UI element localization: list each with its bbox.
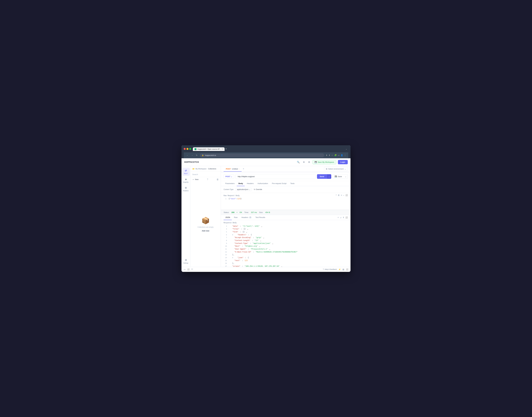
- sidebar-toggle-icon[interactable]: ▭: [338, 154, 340, 156]
- request-input-row: POST ⌄ Send ⌄ 💾 Save ⌄: [221, 172, 351, 181]
- time-label: Time:: [245, 211, 249, 213]
- environment-selector[interactable]: ⊞ Select environment ⌄: [324, 167, 348, 171]
- override-button[interactable]: ↻ Override: [254, 188, 262, 190]
- save-button[interactable]: 💾 Save: [333, 174, 344, 179]
- json-line-17: 17 "origin": "169.254.1.1:59120, 107.178…: [223, 265, 348, 267]
- login-button[interactable]: Login: [338, 160, 348, 164]
- menu-icon[interactable]: ⋮: [344, 154, 346, 156]
- minimize-window-button[interactable]: [186, 148, 188, 150]
- split-view-icon[interactable]: ▥: [342, 268, 344, 271]
- profile-icon[interactable]: 👤: [341, 154, 343, 156]
- close-window-button[interactable]: [184, 148, 186, 150]
- help-icon[interactable]: ?: [207, 178, 208, 181]
- collections-header: 📁 My Workspace › Collections: [190, 166, 221, 172]
- filter-response-icon[interactable]: ⊿: [340, 216, 341, 219]
- fullscreen-icon[interactable]: ⬜: [187, 268, 190, 271]
- bookmark-icon[interactable]: ☆: [331, 154, 333, 156]
- refresh-button[interactable]: ↻: [195, 154, 198, 157]
- download-page-icon[interactable]: ⬇: [326, 154, 328, 156]
- status-label: Status:: [223, 211, 229, 213]
- add-new-button[interactable]: Add new: [202, 230, 209, 232]
- maximize-window-button[interactable]: [189, 148, 191, 150]
- response-tab-headers[interactable]: Headers 7: [240, 215, 253, 220]
- empty-box-icon: 📦: [202, 217, 210, 225]
- lightning-icon[interactable]: ⚡: [339, 268, 341, 271]
- help-feedback-button[interactable]: ? Help & feedback: [323, 268, 337, 270]
- help-label: Help & feedback: [325, 268, 337, 270]
- send-button[interactable]: Send: [317, 174, 327, 179]
- tab-headers[interactable]: Headers: [245, 181, 255, 186]
- help-code-icon[interactable]: ?: [336, 194, 337, 196]
- response-tab-test-results[interactable]: Test Results: [254, 215, 267, 220]
- clear-code-icon[interactable]: 🗑: [338, 194, 340, 196]
- tab-close-button[interactable]: ✕: [222, 148, 223, 150]
- save-label: Save: [338, 176, 342, 177]
- json-value: 123: [237, 198, 241, 200]
- open-brace: {: [229, 198, 230, 200]
- tab-unsaved-dot: •: [239, 168, 239, 169]
- sort-response-icon[interactable]: ≡: [338, 216, 339, 219]
- tab-pre-request[interactable]: Pre-request Script: [270, 181, 288, 186]
- expand-code-icon[interactable]: ⬜: [345, 194, 348, 196]
- tab-tests[interactable]: Tests: [289, 181, 296, 186]
- sidebar-icons: ⇄ REST ◈ GraphQL ⊕ Realtime ⚙ Settings: [181, 166, 190, 267]
- new-tab-button[interactable]: +: [225, 147, 227, 151]
- format-code-icon[interactable]: ≡: [341, 194, 342, 196]
- help-circle-icon: ?: [323, 268, 324, 270]
- tab-parameters[interactable]: Parameters: [223, 181, 236, 186]
- response-tab-json[interactable]: JSON: [223, 215, 232, 220]
- add-tab-button[interactable]: +: [243, 167, 244, 170]
- save-dropdown-button[interactable]: ⌄: [344, 174, 348, 179]
- sidebar-item-settings[interactable]: ⚙ Settings: [182, 257, 190, 265]
- search-input[interactable]: [192, 173, 219, 176]
- address-bar[interactable]: 🔒 hoppscotch.io: [200, 154, 324, 157]
- shield-icon[interactable]: 🛡: [191, 268, 193, 271]
- content-type-value: application/json: [237, 188, 248, 190]
- delete-icon[interactable]: 🗑: [217, 178, 219, 181]
- json-line-9: 9 "Content-Type": "application/json",: [223, 242, 348, 245]
- search-button[interactable]: 🔍: [296, 160, 300, 164]
- new-collection-button[interactable]: ＋ New: [192, 178, 199, 181]
- download-button[interactable]: ⬇: [302, 160, 306, 164]
- send-dropdown-button[interactable]: ⌄: [327, 174, 331, 179]
- new-label: New: [195, 178, 199, 180]
- settings-icon-button[interactable]: ⚙: [307, 160, 311, 164]
- tab-name: Untitled: [232, 168, 238, 170]
- json-line-12: 12 "X-Amzn-Trace-Id": "Root=1-64d9062b-2…: [223, 250, 348, 253]
- code-editor[interactable]: Raw Request Body ? 🗑 ≡ ✏ ⬜ 1 { "test" :: [221, 193, 351, 210]
- content-type-selector[interactable]: application/json ⌄: [236, 188, 252, 191]
- graphql-label: GraphQL: [183, 181, 189, 183]
- method-selector[interactable]: POST ⌄: [223, 174, 234, 179]
- traffic-lights: [184, 148, 191, 150]
- request-tab-untitled[interactable]: POST Untitled •: [223, 167, 242, 172]
- url-input[interactable]: [235, 174, 315, 179]
- extensions-icon[interactable]: 🧩: [334, 154, 337, 156]
- forward-button[interactable]: →: [191, 154, 194, 157]
- expand-footer-icon[interactable]: ⬜: [346, 268, 348, 271]
- save-workspace-button[interactable]: 💾 Save My Workspace: [313, 160, 336, 164]
- sidebar-item-realtime[interactable]: ⊕ Realtime: [182, 185, 190, 193]
- request-section-tabs: Parameters Body Headers Authorization Pr…: [221, 181, 351, 186]
- response-tab-raw[interactable]: Raw: [232, 215, 239, 220]
- sidebar-item-rest[interactable]: ⇄ REST: [182, 168, 190, 176]
- sidebar-toggle-footer-icon[interactable]: ▭: [184, 268, 185, 271]
- response-toolbar: ≡ ⊿ ⬇ ⬜: [338, 216, 348, 219]
- json-line-13: 13 },: [223, 253, 348, 256]
- json-line-6: 6 ▼ "headers": {: [223, 233, 348, 236]
- save-workspace-label: Save My Workspace: [318, 161, 334, 163]
- copy-response-icon[interactable]: ⬜: [345, 216, 348, 219]
- window-menu-button[interactable]: ⌄: [346, 148, 348, 150]
- browser-titlebar: 🌐 Hoppscotch • Open source AP... ✕ + ⌄ ←…: [181, 145, 351, 158]
- tab-body[interactable]: Body: [237, 181, 245, 186]
- download-response-icon[interactable]: ⬇: [343, 216, 344, 219]
- tab-authorization[interactable]: Authorization: [256, 181, 270, 186]
- search-bar[interactable]: [190, 172, 221, 177]
- browser-tab[interactable]: 🌐 Hoppscotch • Open source AP... ✕: [193, 147, 224, 151]
- copy-code-icon[interactable]: ✏: [343, 194, 344, 196]
- plus-icon: ＋: [192, 178, 194, 181]
- browser-actions: ⬇ ⬆ ☆ 🧩 ▭ 👤 ⋮: [326, 154, 346, 156]
- back-button[interactable]: ←: [186, 154, 189, 157]
- sidebar-item-graphql[interactable]: ◈ GraphQL: [182, 176, 190, 184]
- breadcrumb-home[interactable]: My Workspace: [195, 168, 206, 170]
- share-icon[interactable]: ⬆: [329, 154, 330, 156]
